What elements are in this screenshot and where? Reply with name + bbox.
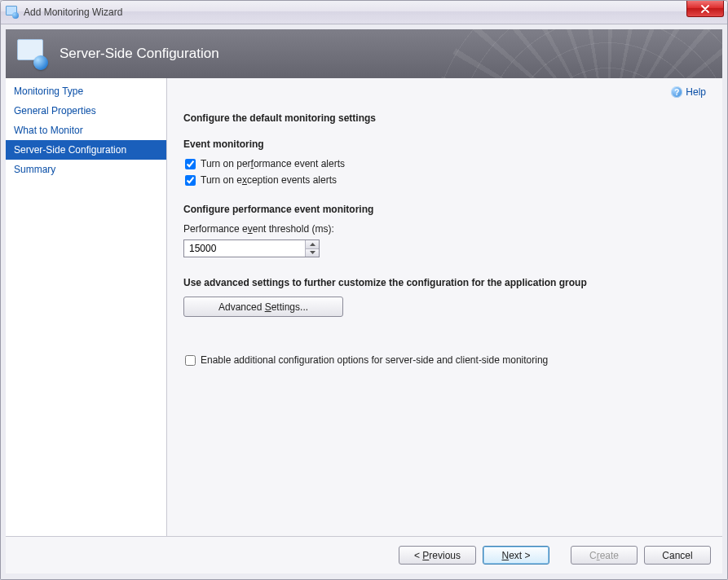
chevron-up-icon: [310, 243, 315, 246]
threshold-spin-up[interactable]: [306, 240, 319, 249]
perf-config-heading: Configure performance event monitoring: [183, 204, 699, 215]
app-icon: [6, 6, 19, 19]
threshold-spinner: [183, 239, 320, 257]
help-link[interactable]: ? Help: [671, 86, 706, 98]
perf-alerts-checkbox[interactable]: [185, 159, 196, 169]
titlebar: Add Monitoring Wizard: [1, 1, 727, 24]
banner: Server-Side Configuration: [6, 29, 722, 78]
help-icon: ?: [671, 86, 682, 98]
footer: < Previous Next > Create Cancel: [6, 536, 722, 573]
sidebar-item-summary[interactable]: Summary: [6, 160, 166, 179]
sidebar-item-general-properties[interactable]: General Properties: [6, 101, 166, 121]
inner-frame: Server-Side Configuration Monitoring Typ…: [1, 24, 727, 579]
chevron-down-icon: [310, 251, 315, 254]
next-button[interactable]: Next >: [483, 546, 549, 565]
main-panel: ? Help Configure the default monitoring …: [167, 78, 722, 536]
close-button[interactable]: [686, 1, 724, 17]
sidebar-item-monitoring-type[interactable]: Monitoring Type: [6, 81, 166, 101]
event-monitoring-heading: Event monitoring: [183, 138, 699, 150]
advanced-settings-button[interactable]: Advanced Settings...: [183, 297, 343, 317]
banner-icon: [17, 39, 46, 68]
enable-additional-row: Enable additional configuration options …: [183, 354, 699, 366]
banner-title: Server-Side Configuration: [60, 46, 219, 62]
close-icon: [700, 5, 710, 13]
threshold-label: Performance event threshold (ms):: [183, 223, 699, 235]
enable-additional-label[interactable]: Enable additional configuration options …: [201, 354, 548, 366]
perf-alerts-label[interactable]: Turn on performance event alerts: [201, 158, 345, 169]
create-button: Create: [571, 546, 638, 565]
threshold-spin-down[interactable]: [306, 249, 319, 257]
body: Monitoring Type General Properties What …: [6, 78, 722, 536]
exc-alerts-row: Turn on exception events alerts: [183, 174, 699, 186]
wizard-window: Add Monitoring Wizard Server-Side Config…: [0, 0, 728, 580]
enable-additional-checkbox[interactable]: [185, 355, 196, 366]
exc-alerts-label[interactable]: Turn on exception events alerts: [201, 174, 337, 186]
help-label: Help: [686, 86, 706, 98]
sidebar-item-what-to-monitor[interactable]: What to Monitor: [6, 121, 166, 140]
perf-alerts-row: Turn on performance event alerts: [183, 158, 699, 169]
previous-button[interactable]: < Previous: [399, 546, 476, 565]
exc-alerts-checkbox[interactable]: [185, 175, 196, 186]
window-title: Add Monitoring Wizard: [24, 7, 122, 18]
sidebar: Monitoring Type General Properties What …: [6, 78, 167, 536]
cancel-button[interactable]: Cancel: [644, 546, 711, 565]
threshold-input[interactable]: [184, 240, 305, 257]
main-heading: Configure the default monitoring setting…: [183, 112, 699, 124]
sidebar-item-server-side-config[interactable]: Server-Side Configuration: [6, 140, 166, 160]
advanced-heading: Use advanced settings to further customi…: [183, 277, 699, 288]
